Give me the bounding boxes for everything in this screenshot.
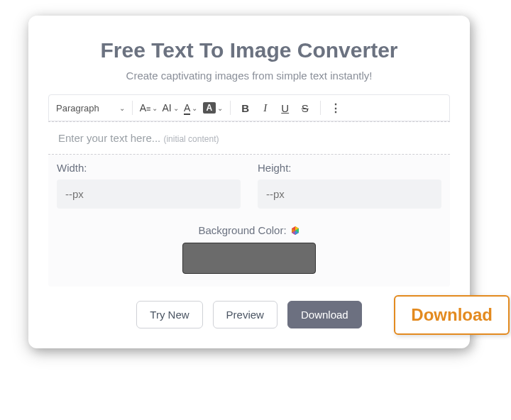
color-picker-icon: [290, 226, 300, 236]
background-row: Background Color:: [48, 224, 450, 274]
font-size-dropdown[interactable]: AI ⌄: [162, 99, 178, 116]
strike-button[interactable]: S: [297, 99, 313, 116]
bold-button[interactable]: B: [238, 99, 253, 116]
block-style-label: Paragraph: [56, 103, 99, 114]
underline-button[interactable]: U: [278, 99, 293, 116]
text-input[interactable]: Enter your text here... (initial content…: [48, 122, 450, 155]
width-input[interactable]: [57, 179, 241, 209]
highlight-icon: A: [203, 102, 216, 114]
chevron-down-icon: ⌄: [192, 104, 197, 112]
block-style-select[interactable]: Paragraph ⌄: [56, 103, 125, 114]
action-row: Try New Preview Download: [48, 301, 450, 328]
chevron-down-icon: ⌄: [217, 104, 223, 112]
page-subtitle: Create captivating images from simple te…: [48, 70, 450, 82]
dimensions-row: Width: Height:: [48, 155, 450, 209]
download-button[interactable]: Download: [287, 301, 362, 328]
editor-panel: Paragraph ⌄ A≡ ⌄ AI ⌄ A ⌄ A: [48, 94, 450, 287]
page-title: Free Text To Image Converter: [48, 38, 450, 62]
toolbar-separator: [230, 101, 231, 115]
background-color-swatch[interactable]: [182, 243, 316, 274]
more-options-button[interactable]: ⋮: [328, 99, 344, 116]
height-label: Height:: [258, 162, 441, 174]
chevron-down-icon: ⌄: [173, 104, 179, 112]
chevron-down-icon: ⌄: [119, 104, 125, 112]
font-size-icon: AI: [162, 102, 171, 114]
highlight-dropdown[interactable]: A ⌄: [203, 99, 223, 116]
height-input[interactable]: [258, 179, 441, 209]
try-new-button[interactable]: Try New: [136, 301, 202, 328]
download-callout: Download: [394, 295, 510, 335]
width-label: Width:: [57, 162, 241, 174]
text-placeholder: Enter your text here...: [58, 132, 160, 144]
toolbar-separator: [132, 101, 133, 115]
italic-button[interactable]: I: [258, 99, 273, 116]
editor-toolbar: Paragraph ⌄ A≡ ⌄ AI ⌄ A ⌄ A: [48, 94, 450, 121]
text-color-dropdown[interactable]: A ⌄: [183, 99, 199, 116]
chevron-down-icon: ⌄: [152, 104, 158, 112]
text-color-icon: A: [184, 102, 190, 114]
background-label: Background Color:: [198, 224, 300, 236]
preview-button[interactable]: Preview: [213, 301, 278, 328]
font-family-dropdown[interactable]: A≡ ⌄: [140, 99, 158, 116]
text-hint: (initial content): [163, 134, 219, 144]
font-family-icon: A≡: [140, 102, 151, 114]
toolbar-separator: [320, 101, 321, 115]
